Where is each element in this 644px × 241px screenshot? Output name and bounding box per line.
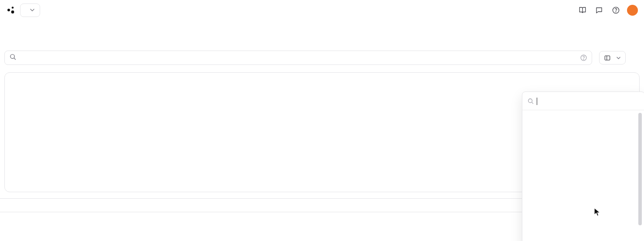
x-axis-dropdown-menu (522, 92, 644, 241)
topbar (0, 0, 644, 20)
dropdown-search (522, 92, 644, 110)
docs-book-icon[interactable] (577, 5, 588, 15)
app-root (0, 0, 644, 241)
topbar-actions (577, 5, 644, 16)
chevron-down-icon (30, 9, 34, 11)
user-avatar[interactable] (627, 5, 638, 16)
dropdown-search-input[interactable] (534, 98, 644, 104)
chevron-down-icon (617, 57, 620, 59)
text-caret (537, 98, 537, 105)
project-selector[interactable] (20, 3, 40, 17)
dropdown-scrollbar[interactable] (638, 113, 642, 225)
filter-input-wrap (4, 51, 592, 65)
search-icon (528, 98, 534, 104)
columns-icon (604, 55, 610, 61)
braintrust-logo-icon (6, 5, 16, 15)
filter-help-icon[interactable] (580, 54, 587, 61)
feedback-chat-icon[interactable] (594, 5, 604, 15)
help-icon[interactable] (610, 5, 621, 15)
columns-button[interactable] (599, 51, 626, 64)
search-icon (10, 54, 16, 62)
filter-input[interactable] (20, 54, 580, 61)
